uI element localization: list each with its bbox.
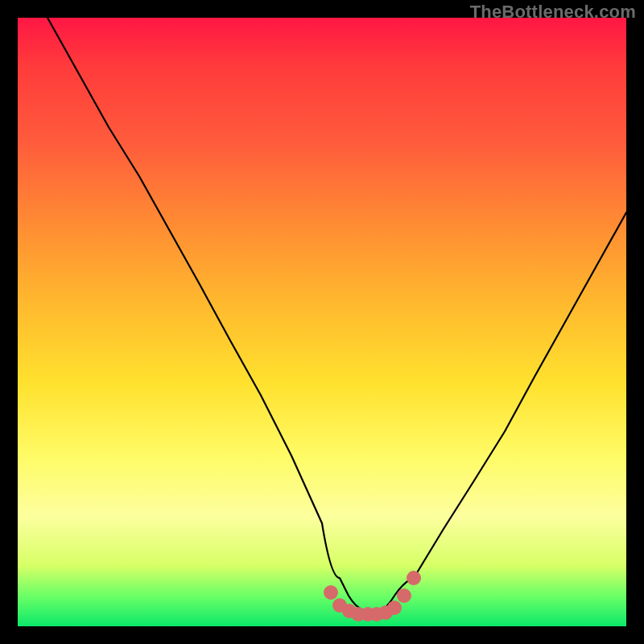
bottleneck-curve-path: [47, 18, 626, 613]
chart-plot-area: [18, 18, 626, 626]
highlight-dot: [397, 588, 411, 603]
chart-frame: TheBottleneck.com: [0, 0, 644, 644]
highlight-dot: [324, 585, 338, 600]
highlight-dot: [387, 601, 402, 615]
bottleneck-curve-svg: [18, 18, 626, 626]
highlight-dot: [407, 571, 421, 585]
watermark-text: TheBottleneck.com: [470, 2, 636, 23]
